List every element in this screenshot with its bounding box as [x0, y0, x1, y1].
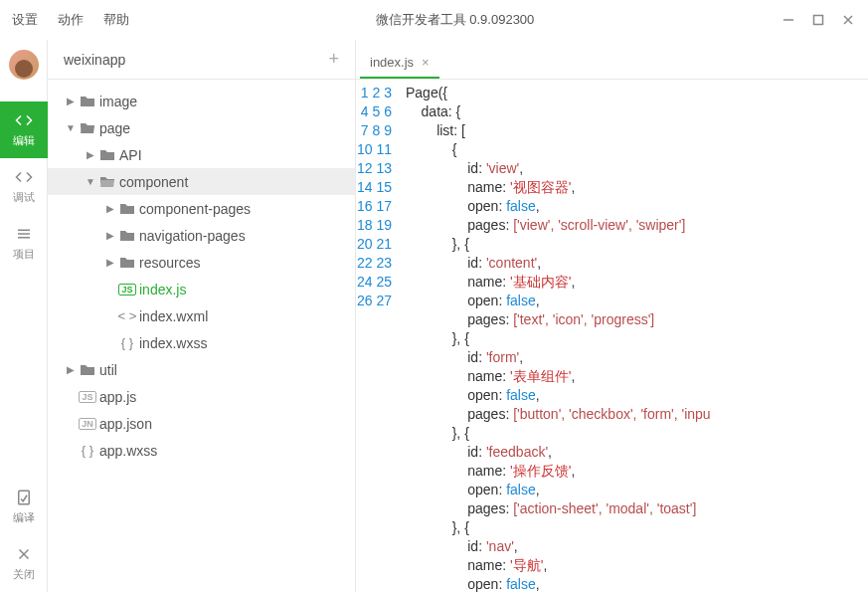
tree-folder-component[interactable]: ▼component — [48, 168, 355, 195]
sidebar-item-edit[interactable]: 编辑 — [0, 101, 48, 158]
sidebar-label: 编辑 — [13, 133, 35, 148]
editor-panel: index.js × 1 2 3 4 5 6 7 8 9 10 11 12 13… — [356, 40, 868, 592]
tree-folder-page[interactable]: ▼page — [48, 114, 355, 141]
tree-folder-util[interactable]: ▶util — [48, 356, 355, 383]
sidebar-item-debug[interactable]: 调试 — [0, 158, 48, 215]
close-icon[interactable] — [840, 12, 856, 28]
code-content[interactable]: Page({ data: { list: [ { id: 'view', nam… — [406, 80, 868, 592]
editor-tabs: index.js × — [356, 40, 868, 80]
js-file-icon: JS — [78, 391, 97, 403]
maximize-icon[interactable] — [810, 12, 826, 28]
folder-icon — [97, 148, 117, 162]
tab-index-js[interactable]: index.js × — [360, 47, 439, 79]
sidebar-label: 项目 — [13, 247, 35, 262]
folder-icon — [117, 202, 137, 216]
compile-icon — [15, 489, 33, 506]
folder-icon — [117, 229, 137, 243]
tree-folder-image[interactable]: ▶image — [48, 88, 355, 114]
menu-actions[interactable]: 动作 — [58, 11, 84, 29]
close-icon — [15, 545, 33, 563]
menu-help[interactable]: 帮助 — [103, 11, 129, 29]
tree-file-index-wxml[interactable]: < >index.wxml — [48, 302, 355, 329]
code-editor[interactable]: 1 2 3 4 5 6 7 8 9 10 11 12 13 14 15 16 1… — [356, 80, 868, 592]
tree-file-app-json[interactable]: JNapp.json — [48, 410, 355, 437]
activity-bar: 编辑 调试 项目 编译 关闭 — [0, 40, 48, 592]
code-icon — [15, 111, 33, 129]
tree-folder-component-pages[interactable]: ▶component-pages — [48, 195, 355, 222]
window-controls — [781, 12, 856, 28]
add-file-icon[interactable]: + — [328, 49, 339, 70]
svg-rect-1 — [814, 16, 823, 25]
minimize-icon[interactable] — [781, 12, 796, 28]
menu-settings[interactable]: 设置 — [12, 11, 38, 29]
folder-icon — [117, 256, 137, 270]
line-gutter: 1 2 3 4 5 6 7 8 9 10 11 12 13 14 15 16 1… — [356, 80, 406, 592]
sidebar-label: 调试 — [13, 190, 35, 205]
file-explorer: weixinapp + ▶image ▼page ▶API ▼component… — [48, 40, 356, 592]
sidebar-item-compile[interactable]: 编译 — [0, 479, 48, 535]
json-file-icon: JN — [78, 418, 97, 430]
menu-bar: 设置 动作 帮助 — [12, 11, 129, 29]
avatar[interactable] — [9, 50, 39, 80]
tree-file-app-wxss[interactable]: { }app.wxss — [48, 437, 355, 464]
sidebar-label: 关闭 — [13, 567, 35, 582]
tree-folder-navigation-pages[interactable]: ▶navigation-pages — [48, 222, 355, 249]
project-name: weixinapp — [64, 52, 328, 68]
folder-icon — [78, 363, 97, 377]
folder-icon — [78, 95, 97, 108]
folder-open-icon — [78, 121, 97, 135]
title-bar: 设置 动作 帮助 微信开发者工具 0.9.092300 — [0, 0, 868, 40]
sidebar-label: 编译 — [13, 510, 35, 525]
tree-folder-resources[interactable]: ▶resources — [48, 249, 355, 276]
js-file-icon: JS — [117, 284, 137, 296]
tab-close-icon[interactable]: × — [422, 55, 430, 70]
tree-file-app-js[interactable]: JSapp.js — [48, 383, 355, 410]
sidebar-item-close[interactable]: 关闭 — [0, 535, 48, 592]
file-tree: ▶image ▼page ▶API ▼component ▶component-… — [48, 80, 355, 592]
wxml-file-icon: < > — [117, 308, 137, 323]
tree-file-index-js[interactable]: JSindex.js — [48, 276, 355, 302]
sidebar-item-project[interactable]: 项目 — [0, 215, 48, 272]
tab-label: index.js — [370, 55, 414, 70]
wxss-file-icon: { } — [117, 335, 137, 350]
app-title: 微信开发者工具 0.9.092300 — [129, 11, 781, 29]
project-header: weixinapp + — [48, 40, 355, 80]
debug-icon — [15, 168, 33, 186]
tree-folder-api[interactable]: ▶API — [48, 141, 355, 168]
menu-icon — [15, 225, 33, 243]
tree-file-index-wxss[interactable]: { }index.wxss — [48, 329, 355, 356]
svg-rect-7 — [18, 491, 29, 504]
wxss-file-icon: { } — [78, 443, 97, 458]
folder-open-icon — [97, 175, 117, 189]
